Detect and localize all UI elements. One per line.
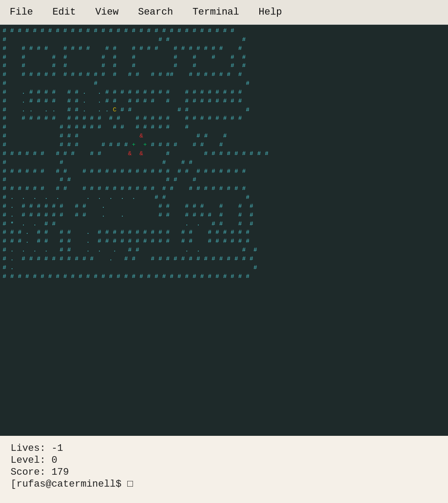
- shell-prompt: [rufas@caterminell$: [11, 479, 127, 490]
- menu-help[interactable]: Help: [256, 5, 285, 19]
- menu-view[interactable]: View: [93, 5, 121, 19]
- menu-terminal[interactable]: Terminal: [190, 5, 242, 19]
- level-label: Level:: [11, 455, 46, 466]
- menu-edit[interactable]: Edit: [50, 5, 79, 19]
- score-value: 179: [51, 467, 69, 478]
- status-bar: Lives: -1 Level: 0 Score: 179 [rufas@cat…: [0, 436, 448, 503]
- prompt-line: [rufas@caterminell$ □: [11, 479, 437, 490]
- lives-value: -1: [51, 443, 63, 454]
- lives-line: Lives: -1: [11, 443, 437, 454]
- menu-search[interactable]: Search: [135, 5, 175, 19]
- level-line: Level: 0: [11, 455, 437, 466]
- menu-bar: File Edit View Search Terminal Help: [0, 0, 448, 25]
- level-value: 0: [51, 455, 57, 466]
- score-label: Score:: [11, 467, 46, 478]
- menu-file[interactable]: File: [7, 5, 36, 19]
- game-display: # # # # # # # # # # # # # # # # # # # # …: [0, 25, 448, 282]
- terminal-window[interactable]: # # # # # # # # # # # # # # # # # # # # …: [0, 25, 448, 436]
- score-line: Score: 179: [11, 467, 437, 478]
- lives-label: Lives:: [11, 443, 46, 454]
